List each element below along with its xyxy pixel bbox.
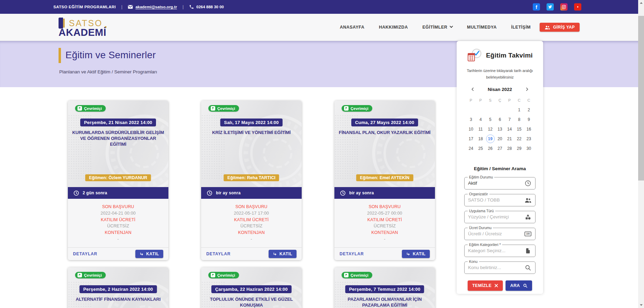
search-title: Eğitim / Seminer Arama [457,166,543,171]
calendar-day[interactable]: 3 [466,115,476,124]
event-date-badge: Perşembe, 2 Haziran 2022 14:00 [80,285,157,293]
calendar-day[interactable]: 6 [495,115,505,124]
join-label: KATIL [280,251,292,256]
calendar-day[interactable]: 22 [515,134,524,144]
calendar-day[interactable]: 20 [495,134,505,144]
people-icon [524,196,532,204]
calendar-day[interactable]: 12 [486,124,495,134]
calendar-day[interactable]: 4 [476,115,486,124]
search-field[interactable]: KonuKonu belirtiniz... [464,261,536,274]
day-header: P [466,95,476,105]
join-button[interactable]: KATIL [269,250,297,258]
event-card-media: Çevrimiçi Perşembe, 2 Haziran 2022 14:00… [68,267,168,308]
search-field[interactable]: Uygulama TürüYüzyüze / Çevrimiçi [464,211,536,223]
calendar-day[interactable]: 11 [476,124,486,134]
calendar-day[interactable]: 27 [495,144,505,153]
calendar-day[interactable]: 9 [524,115,534,124]
online-badge-label: Çevrimiçi [351,273,368,277]
day-header: S [486,95,495,105]
calendar-day[interactable]: 16 [524,124,534,134]
shapes-icon [524,213,532,221]
logo-satso-text: SATSO [69,19,103,28]
calendar-day[interactable]: 8 [515,115,524,124]
scroll-up-icon[interactable] [638,0,644,6]
calendar-day[interactable]: 30 [524,144,534,153]
nav-item-eğitimler[interactable]: EĞİTİMLER [422,25,453,30]
phone-text: 0264 888 30 00 [196,5,224,9]
day-header: P [476,95,486,105]
join-button[interactable]: KATIL [135,250,163,258]
calendar-day[interactable]: 19 [486,134,495,144]
calendar-day[interactable]: 18 [476,134,486,144]
online-badge: Çevrimiçi [75,272,106,278]
email-link[interactable]: akademi@satso.org.tr [128,5,177,9]
separator: | [121,4,122,9]
calendar-day[interactable]: 24 [466,144,476,153]
calendar-day[interactable]: 2 [524,105,534,115]
search-field[interactable]: Ücret DurumuÜcretli / Ücretsiz100 [464,228,536,240]
next-month-icon[interactable] [524,87,529,92]
field-label: Eğitim Kategorileri * [468,243,502,247]
youtube-icon[interactable] [574,3,581,11]
field-label: Uygulama Türü [468,209,495,213]
event-info: SON BAŞVURU 2022-04-21 00:00 KATILIM ÜCR… [68,199,168,247]
login-button[interactable]: GİRİŞ YAP [540,23,580,32]
search-icon [523,283,528,288]
logo-akademi-text: AKADEMİ [59,28,106,38]
clock-icon [207,190,212,196]
calendar-day[interactable]: 28 [505,144,515,153]
fee-label: KATILIM ÜCRETİ [201,217,302,223]
details-button[interactable]: DETAYLAR [340,251,364,256]
calendar-day[interactable]: 29 [515,144,524,153]
calendar-day[interactable]: 13 [495,124,505,134]
deadline-label: SON BAŞVURU [334,204,435,210]
calendar-day[interactable]: 10 [466,124,476,134]
logo[interactable]: SATSO AKADEMİ [59,18,106,38]
online-badge: Çevrimiçi [75,105,106,112]
twitter-icon[interactable] [547,3,554,11]
prev-month-icon[interactable] [470,87,475,92]
calendar-day[interactable]: 14 [505,124,515,134]
calendar-day-empty [505,105,515,115]
details-button[interactable]: DETAYLAR [73,251,97,256]
join-button[interactable]: KATIL [402,250,430,258]
calendar-day[interactable]: 1 [515,105,524,115]
field-value: Yüzyüze / Çevrimiçi [468,214,524,219]
instagram-icon[interactable] [560,3,568,11]
scrollbar[interactable] [638,0,644,308]
clear-button[interactable]: TEMİZLE [468,280,503,291]
details-button[interactable]: DETAYLAR [206,251,231,256]
nav-item-iletişim[interactable]: İLETİŞİM [511,25,531,30]
site-header: SATSO AKADEMİ ANASAYFAHAKKIMIZDAEĞİTİMLE… [0,14,644,41]
instructor-badge: Eğitmen: Reha TARTICI [224,174,279,181]
calendar-day[interactable]: 17 [466,134,476,144]
day-header: C [524,95,534,105]
search-field[interactable]: Eğitim DurumuAktif [464,177,536,189]
scrollbar-thumb[interactable] [638,16,644,181]
clock-icon [73,190,79,196]
calendar-day[interactable]: 25 [476,144,486,153]
search-field[interactable]: Eğitim Kategorileri *Kategori Seçiniz... [464,245,536,257]
search-field[interactable]: OrganizatörSATSO / TOBB [464,194,536,206]
page-title: Eğitim ve Seminerler [59,48,156,63]
deadline-label: SON BAŞVURU [68,204,168,210]
calendar-day[interactable]: 23 [524,134,534,144]
field-label: Organizatör [468,192,489,196]
search-button[interactable]: ARA [506,280,532,291]
calendar-hint: Tarihlerin üzerine tıklayarak tarih aral… [457,68,543,81]
countdown-text: 2 gün sonra [83,191,107,195]
calendar-day[interactable]: 5 [486,115,495,124]
calendar-day[interactable]: 7 [505,115,515,124]
calendar-day[interactable]: 15 [515,124,524,134]
facebook-icon[interactable]: f [533,3,540,11]
nav-item-anasayfa[interactable]: ANASAYFA [340,25,365,30]
field-label: Eğitim Durumu [468,175,494,179]
hero-section: Eğitim ve Seminerler Planlanan ve Aktif … [0,41,644,87]
event-card: Çevrimiçi Çarşamba, 22 Haziran 2022 14:0… [201,267,302,308]
calendar-day[interactable]: 26 [486,144,495,153]
calendar-day[interactable]: 21 [505,134,515,144]
quota-label: KONTENJAN [68,229,168,236]
nav-item-multimedya[interactable]: MULTİMEDYA [467,25,497,30]
scroll-down-icon[interactable] [638,302,644,308]
nav-item-hakkımızda[interactable]: HAKKIMIZDA [379,25,408,30]
